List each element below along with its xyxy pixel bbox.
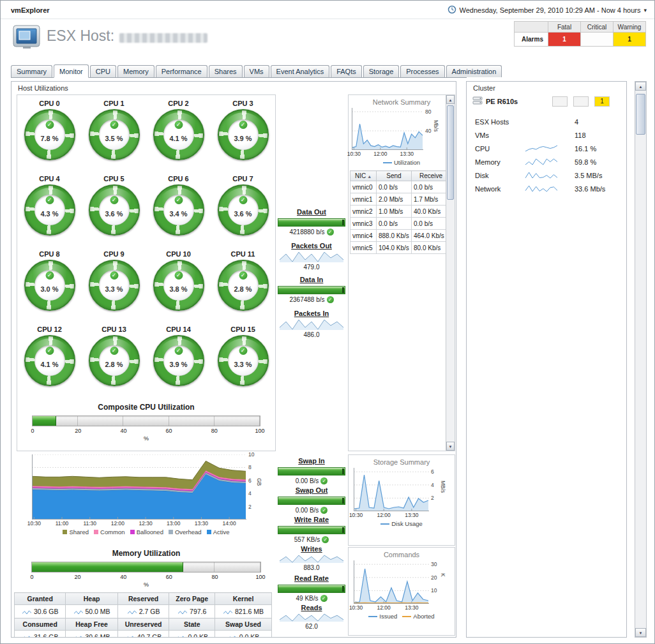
legend-item: Issued bbox=[368, 613, 397, 620]
cpu-gauge[interactable]: ✓3.8 % bbox=[153, 260, 204, 311]
x-axis-labels: 10:3012:0013:30 bbox=[352, 151, 423, 158]
network-summary-scrollbar[interactable]: ▲▼ bbox=[446, 95, 455, 451]
scroll-thumb[interactable] bbox=[636, 94, 645, 135]
tab-performance[interactable]: Performance bbox=[156, 65, 207, 77]
cpu-gauge[interactable]: ✓7.8 % bbox=[24, 109, 75, 160]
tab-memory[interactable]: Memory bbox=[117, 65, 154, 77]
tick-label: 20 bbox=[75, 574, 81, 580]
cpu-label: CPU 8 bbox=[17, 250, 82, 258]
y-tick-label: 2 bbox=[431, 495, 434, 501]
cpu-gauge[interactable]: ✓3.6 % bbox=[89, 184, 140, 236]
cpu-label: CPU 0 bbox=[17, 100, 82, 107]
memory-table-value: 31.6 GB bbox=[15, 631, 66, 638]
metric-label[interactable]: Packets Out bbox=[275, 242, 349, 250]
cpu-gauge[interactable]: ✓3.6 % bbox=[218, 184, 269, 236]
tab-vms[interactable]: VMs bbox=[244, 65, 269, 77]
sparkline-icon bbox=[223, 610, 233, 615]
tab-faqts[interactable]: FAQts bbox=[331, 65, 362, 77]
memory-table-header: Swap Used bbox=[215, 618, 271, 631]
warning-alarm-count[interactable]: 1 bbox=[614, 33, 646, 47]
main-scrollbar[interactable]: ▲▼ bbox=[635, 81, 647, 638]
x-axis-labels: 10:3012:0013:30 bbox=[354, 512, 429, 519]
legend-label: Active bbox=[213, 528, 230, 535]
metric-swap-in: Swap In0.00 B/s✓ bbox=[275, 457, 349, 486]
cpu-gauge[interactable]: ✓3.3 % bbox=[218, 335, 269, 386]
cpu-gauge[interactable]: ✓3.3 % bbox=[89, 260, 140, 311]
tab-event-analytics[interactable]: Event Analytics bbox=[271, 65, 330, 77]
metric-sparkline bbox=[279, 613, 344, 622]
alarm-badge[interactable] bbox=[573, 96, 589, 107]
nic-col-nic[interactable]: NIC▲ bbox=[350, 171, 377, 181]
metric-value: 0.00 B/s✓ bbox=[275, 477, 349, 484]
cpu-gauge[interactable]: ✓3.5 % bbox=[89, 109, 140, 160]
x-tick-label: 14:00 bbox=[222, 520, 236, 527]
nic-col-receive[interactable]: Receive bbox=[412, 171, 451, 181]
utilization-bar-track bbox=[31, 562, 261, 573]
time-range-selector[interactable]: Wednesday, September 29, 2010 10:29 AM -… bbox=[448, 5, 647, 15]
tab-processes[interactable]: Processes bbox=[400, 65, 444, 77]
cpu-gauge[interactable]: ✓2.8 % bbox=[89, 335, 140, 386]
status-ok-icon: ✓ bbox=[110, 271, 118, 280]
tab-cpu[interactable]: CPU bbox=[90, 65, 116, 77]
tab-summary[interactable]: Summary bbox=[11, 65, 52, 77]
metric-value: 883.0 bbox=[275, 564, 349, 571]
tick-label: 100 bbox=[255, 428, 264, 434]
cluster-host-name[interactable]: PE R610s bbox=[486, 98, 518, 105]
scroll-up-button[interactable]: ▲ bbox=[635, 82, 646, 91]
sparkline-icon bbox=[22, 610, 32, 615]
cpu-gauge[interactable]: ✓4.1 % bbox=[24, 335, 75, 386]
cpu-cell: CPU 11✓2.8 % bbox=[211, 248, 275, 323]
tab-administration[interactable]: Administration bbox=[446, 65, 502, 77]
metric-packets-out: Packets Out479.0 bbox=[275, 242, 349, 276]
cluster-alarm-badges: 1 bbox=[552, 96, 610, 107]
tab-monitor[interactable]: Monitor bbox=[54, 64, 89, 78]
sort-asc-icon: ▲ bbox=[367, 174, 372, 179]
cpu-gauge[interactable]: ✓4.1 % bbox=[153, 109, 204, 160]
scroll-thumb[interactable] bbox=[447, 105, 454, 200]
tick-label: 80 bbox=[211, 428, 218, 434]
cpu-gauge[interactable]: ✓3.0 % bbox=[24, 260, 75, 311]
scroll-up-button[interactable]: ▲ bbox=[446, 95, 455, 104]
nic-row: vmnic12.0 Mb/s1.7 Mb/s bbox=[350, 193, 451, 206]
metric-label[interactable]: Swap In bbox=[275, 457, 349, 465]
cpu-label: CPU 3 bbox=[211, 100, 275, 107]
x-axis-labels: 10:3012:0013:30 bbox=[354, 604, 429, 611]
x-tick-label: 12:00 bbox=[377, 512, 391, 518]
metric-label[interactable]: Packets In bbox=[275, 310, 349, 317]
nic-col-send[interactable]: Send bbox=[377, 171, 412, 181]
cpu-label: CPU 11 bbox=[211, 250, 275, 258]
fatal-alarm-count[interactable]: 1 bbox=[548, 33, 581, 47]
tab-storage[interactable]: Storage bbox=[363, 65, 400, 77]
cpu-gauge[interactable]: ✓3.4 % bbox=[153, 184, 204, 236]
cpu-gauge[interactable]: ✓4.3 % bbox=[24, 184, 75, 236]
axis-unit-label: % bbox=[17, 435, 275, 442]
scroll-down-button[interactable]: ▼ bbox=[446, 442, 455, 451]
tab-shares[interactable]: Shares bbox=[209, 65, 243, 77]
alarm-badge[interactable]: 1 bbox=[594, 96, 610, 107]
alarm-badge[interactable] bbox=[552, 96, 568, 107]
axis-unit-label: % bbox=[18, 581, 275, 588]
metric-sparkline bbox=[279, 554, 344, 564]
cpu-cell: CPU 2✓4.1 % bbox=[146, 97, 211, 172]
tick-label: 60 bbox=[166, 574, 172, 580]
y-axis-unit: Mb/s bbox=[433, 120, 439, 131]
cpu-value: 7.8 % bbox=[34, 135, 65, 142]
cluster-row-sparkline bbox=[525, 171, 564, 179]
cpu-gauge[interactable]: ✓3.9 % bbox=[153, 335, 204, 386]
critical-alarm-count[interactable] bbox=[581, 33, 614, 47]
metric-label[interactable]: Swap Out bbox=[275, 486, 349, 494]
metric-label[interactable]: Reads bbox=[275, 604, 349, 611]
metric-label[interactable]: Data Out bbox=[275, 208, 349, 216]
metric-label[interactable]: Read Rate bbox=[275, 574, 349, 582]
cpu-gauge[interactable]: ✓3.9 % bbox=[218, 109, 269, 160]
metric-label[interactable]: Data In bbox=[275, 276, 349, 283]
metric-label[interactable]: Write Rate bbox=[275, 516, 349, 523]
tick-label: 60 bbox=[166, 428, 172, 434]
metric-label[interactable]: Writes bbox=[275, 545, 349, 553]
cpu-gauge[interactable]: ✓2.8 % bbox=[218, 260, 269, 311]
sparkline-icon bbox=[177, 610, 188, 615]
network-summary-box: Network Summary 4080Mb/s10:3012:0013:30U… bbox=[348, 94, 455, 451]
nic-row: vmnic30.0 b/s0.0 b/s bbox=[350, 218, 451, 230]
memory-table-value-row: 31.6 GB30.6 MB40.7 GB0.0 KB0.0 KB bbox=[15, 631, 272, 638]
scroll-down-button[interactable]: ▼ bbox=[635, 628, 646, 637]
